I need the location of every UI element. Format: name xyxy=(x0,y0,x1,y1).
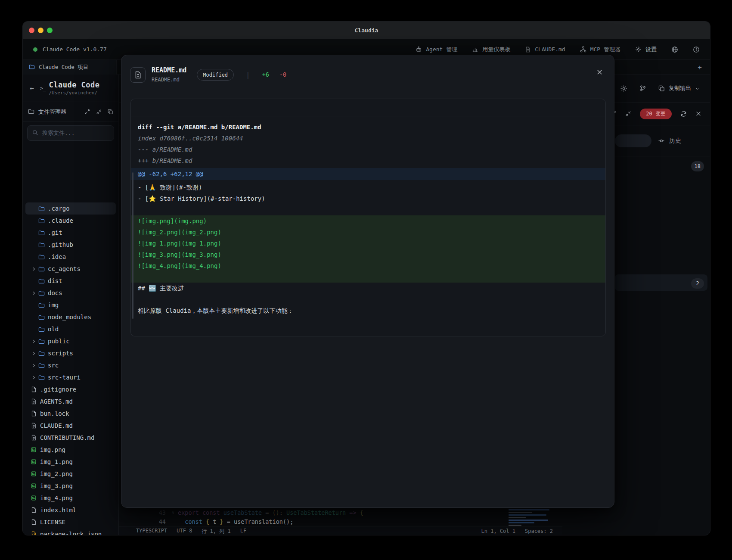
tree-item-label: .claude xyxy=(48,217,73,224)
diff-file-subtitle: README.md xyxy=(152,77,186,83)
tree-item-package-lock.json[interactable]: package-lock.json xyxy=(25,528,116,535)
zoom-window-button[interactable] xyxy=(47,28,53,33)
tree-item-img_1.png[interactable]: img_1.png xyxy=(25,456,116,468)
tree-item-label: package-lock.json xyxy=(40,531,102,535)
tree-item-.idea[interactable]: .idea xyxy=(25,251,116,263)
folder-icon xyxy=(38,326,48,333)
tree-item-cc_agents[interactable]: cc_agents xyxy=(25,263,116,275)
search-input[interactable]: 搜索文件... xyxy=(27,125,114,141)
nav-item-network[interactable]: MCP 管理器 xyxy=(580,46,620,53)
separator: | xyxy=(246,71,250,79)
tree-item-index.html[interactable]: index.html xyxy=(25,504,116,516)
diff-added-line: ![img.png](img.png) xyxy=(138,215,599,227)
nav-label: Agent 管理 xyxy=(426,46,457,53)
chevron-right-icon[interactable] xyxy=(31,339,38,344)
fold-icon[interactable]: ∨ xyxy=(168,510,178,515)
close-panel-icon[interactable] xyxy=(695,111,701,117)
tree-item-label: LICENSE xyxy=(40,519,65,526)
expand-panel-icon[interactable] xyxy=(84,109,90,115)
chevron-right-icon[interactable] xyxy=(31,291,38,296)
status-right: Ln 1, Col 1Spaces: 2 xyxy=(481,528,553,534)
tree-item-.git[interactable]: .git xyxy=(25,227,116,239)
tree-item-img_2.png[interactable]: img_2.png xyxy=(25,468,116,480)
tree-item-node_modules[interactable]: node_modules xyxy=(25,311,116,323)
new-tab-button[interactable]: + xyxy=(695,63,704,72)
tree-item-label: src xyxy=(48,362,59,369)
file-manager-header: 文件管理器 xyxy=(23,102,118,122)
project-path: /Users/yovinchen/ xyxy=(49,90,99,96)
minimap-bar xyxy=(509,517,526,518)
minimap-bar xyxy=(509,522,534,523)
nav-item-gear[interactable]: 设置 xyxy=(635,46,657,53)
tree-item-.gitignore[interactable]: .gitignore xyxy=(25,383,116,395)
nav-item-bar-chart[interactable]: 用量仪表板 xyxy=(472,46,510,53)
tree-item-img[interactable]: img xyxy=(25,299,116,311)
editor-line-43[interactable]: 43∨export const useTabState = (): UseTab… xyxy=(119,508,562,517)
minimize-window-button[interactable] xyxy=(38,28,43,33)
folder-icon xyxy=(38,218,48,224)
copy-output-button[interactable]: 复制输出 xyxy=(658,84,700,92)
status-dot-icon xyxy=(33,47,37,52)
chevron-right-icon[interactable] xyxy=(31,363,38,368)
tree-item-scripts[interactable]: scripts xyxy=(25,347,116,359)
chevron-right-icon[interactable] xyxy=(31,375,38,380)
changes-count-badge[interactable]: 20 变更 xyxy=(640,109,672,119)
close-window-button[interactable] xyxy=(29,28,34,33)
changes-tab-button[interactable] xyxy=(615,134,651,147)
tree-item-img.png[interactable]: img.png xyxy=(25,444,116,456)
chevron-right-icon[interactable] xyxy=(31,351,38,356)
modified-badge: Modified xyxy=(197,69,234,81)
tree-item-.github[interactable]: .github xyxy=(25,239,116,251)
deletions-count: -0 xyxy=(279,71,286,78)
tree-item-src-tauri[interactable]: src-tauri xyxy=(25,371,116,383)
editor-minimap[interactable] xyxy=(509,507,556,527)
back-button[interactable]: ← xyxy=(27,84,37,92)
tree-item-CONTRIBUTING.md[interactable]: CONTRIBUTING.md xyxy=(25,432,116,444)
diff-meta-line: +++ b/README.md xyxy=(138,155,599,166)
git-branch-icon[interactable] xyxy=(639,85,646,92)
diff-card: diff --git a/README.md b/README.mdindex … xyxy=(130,99,606,336)
tree-item-old[interactable]: old xyxy=(25,323,116,335)
diff-modal-header: README.md README.md Modified | +6 -0 xyxy=(121,55,614,99)
diff-file-title: README.md xyxy=(152,66,186,74)
image-icon xyxy=(31,483,40,489)
close-modal-button[interactable] xyxy=(596,69,603,77)
chevron-right-icon[interactable] xyxy=(31,267,38,271)
editor-line-44[interactable]: 44 const { t } = useTranslation(); xyxy=(119,517,562,526)
globe-icon[interactable] xyxy=(671,46,678,53)
info-icon[interactable] xyxy=(693,46,700,53)
tab-claude-code-project[interactable]: Claude Code 项目 xyxy=(23,60,117,75)
tree-item-.claude[interactable]: .claude xyxy=(25,215,116,227)
tree-item-CLAUDE.md[interactable]: CLAUDE.md xyxy=(25,420,116,432)
info-icon xyxy=(693,46,700,53)
tree-item-label: .github xyxy=(48,241,73,248)
nav-item-robot[interactable]: Agent 管理 xyxy=(416,46,457,53)
tree-item-LICENSE[interactable]: LICENSE xyxy=(25,516,116,528)
settings-gear-icon[interactable] xyxy=(620,85,627,92)
collapse-icon[interactable] xyxy=(625,111,631,117)
tree-item-label: img_3.png xyxy=(40,482,73,489)
tree-item-img_4.png[interactable]: img_4.png xyxy=(25,492,116,504)
top-nav: Agent 管理用量仪表板CLAUDE.mdMCP 管理器设置 xyxy=(416,46,700,53)
tree-item-docs[interactable]: docs xyxy=(25,287,116,299)
tree-item-img_3.png[interactable]: img_3.png xyxy=(25,480,116,492)
tree-item-bun.lock[interactable]: bun.lock xyxy=(25,408,116,420)
copy-icon[interactable] xyxy=(108,109,113,115)
folder-icon xyxy=(38,230,48,236)
sidebar: ← >_ Claude Code /Users/yovinchen/ 文件管理器 xyxy=(23,75,119,535)
diff-added-line: ![img_4.png](img_4.png) xyxy=(138,260,599,271)
code-editor[interactable]: 43∨export const useTabState = (): UseTab… xyxy=(119,508,562,526)
nav-item-document[interactable]: CLAUDE.md xyxy=(525,46,565,53)
tree-item-AGENTS.md[interactable]: AGENTS.md xyxy=(25,395,116,408)
tree-item-.cargo[interactable]: .cargo xyxy=(25,202,116,215)
collapse-panel-icon[interactable] xyxy=(96,109,102,115)
tab-history[interactable]: 历史 xyxy=(658,125,681,156)
copy-output-label: 复制输出 xyxy=(669,84,691,92)
tree-item-src[interactable]: src xyxy=(25,359,116,371)
tree-item-public[interactable]: public xyxy=(25,335,116,347)
diff-scrollbar-thumb[interactable] xyxy=(132,172,133,319)
refresh-icon[interactable] xyxy=(680,111,687,117)
tree-item-dist[interactable]: dist xyxy=(25,275,116,287)
chevron-down-icon xyxy=(695,86,700,91)
image-icon xyxy=(31,495,40,501)
